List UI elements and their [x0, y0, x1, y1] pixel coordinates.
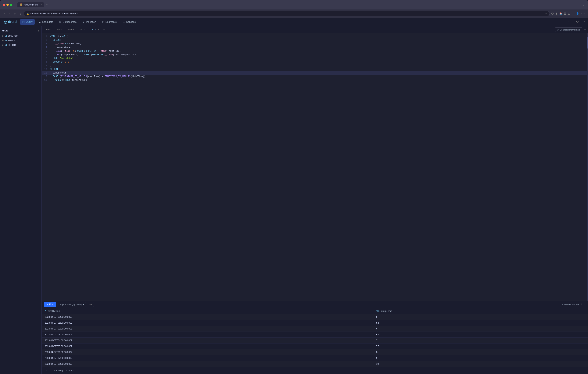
- minimize-window-button[interactable]: [6, 4, 9, 6]
- code-editor[interactable]: 1 WITH cte AS ( 2 SELECT 3 __time AS thi…: [42, 33, 588, 301]
- more-nav-button[interactable]: •••: [567, 20, 573, 24]
- close-tab-icon[interactable]: ×: [98, 28, 99, 31]
- nav-item-ingestion[interactable]: ⇣ Ingestion: [80, 19, 99, 25]
- history-button[interactable]: 📚: [559, 12, 562, 15]
- tab-tab5[interactable]: Tab 5 ×: [88, 27, 102, 32]
- next-page-button[interactable]: ›: [49, 369, 53, 373]
- tab-tab2[interactable]: Tab 2: [54, 27, 65, 32]
- datasources-icon: ⊞: [59, 21, 62, 23]
- nav-item-segments[interactable]: ⊟ Segments: [99, 19, 119, 25]
- nav-item-services-label: Services: [126, 21, 136, 23]
- nav-item-datasources[interactable]: ⊞ Datasources: [57, 19, 79, 25]
- extensions-button[interactable]: 🛡: [551, 12, 554, 15]
- code-content: 1 WITH cte AS ( 2 SELECT 3 __time AS thi…: [42, 33, 588, 301]
- lock-icon: 🔒: [27, 13, 29, 15]
- new-browser-tab-button[interactable]: +: [45, 3, 49, 7]
- segments-icon: ⊟: [102, 21, 104, 23]
- cell-timebyhour: 2023-04-07T07:00:00.000Z: [42, 355, 373, 361]
- download-results-button[interactable]: ⬇: [581, 303, 583, 306]
- back-button[interactable]: ‹: [3, 12, 6, 16]
- browser-tab[interactable]: 🐉 Apache Druid ×: [17, 2, 44, 7]
- code-line-12: 12 CASE (TIMESTAMP_TO_MILLIS(nextTime) -…: [42, 75, 588, 78]
- close-results-button[interactable]: ×: [584, 303, 586, 306]
- tab-label: Tab 5: [90, 28, 96, 31]
- chevron-right-icon: ▶: [2, 39, 4, 42]
- shield-button[interactable]: 🛡: [572, 12, 574, 15]
- code-line-9: 9 ): [42, 64, 588, 68]
- cell-timebyhour: 2023-04-07T05:00:00.000Z: [42, 343, 373, 349]
- table-row: 2023-04-07T08:00:00.000Z10: [42, 361, 588, 367]
- settings-button[interactable]: ⚙: [575, 19, 580, 24]
- sidebar-sort-button[interactable]: ⇅: [37, 29, 39, 32]
- tab-label: Tab 2: [57, 28, 62, 31]
- cell-timebyhour: 2023-04-07T01:00:00.000Z: [42, 320, 373, 326]
- menu-button[interactable]: ≡: [583, 12, 585, 15]
- run-query-button[interactable]: ▶ Run: [44, 302, 56, 307]
- code-line-10: 10 SELECT: [42, 68, 588, 71]
- grid-view-button[interactable]: ⊞: [568, 12, 570, 15]
- pagination-info: Showing 1-20 of 43: [54, 369, 74, 372]
- tab-label: Tab 1: [46, 28, 51, 31]
- tab-tab4[interactable]: Tab 4: [77, 27, 88, 32]
- cell-interptemp: 7: [373, 338, 588, 343]
- table-row: 2023-04-07T00:00:00.000Z5: [42, 314, 588, 320]
- browser-tab-title: Apache Druid: [24, 3, 38, 6]
- close-browser-tab-icon[interactable]: ×: [41, 4, 42, 6]
- time-icon: ⏱: [45, 310, 47, 312]
- table-row: 2023-04-07T04:00:00.000Z7: [42, 338, 588, 343]
- results-count-text: 43 results in 0.26s: [562, 303, 579, 306]
- query-tabs-bar: Tab 1 Tab 2 events Tab 4 Tab 5 × +: [42, 26, 588, 33]
- help-button[interactable]: ?: [582, 20, 587, 24]
- results-table: ⏱ timeByHour 123 interpTemp 2023-04-07T0…: [42, 308, 588, 367]
- cell-interptemp: 8: [373, 349, 588, 355]
- connect-external-data-button[interactable]: ⇄ Connect external data: [555, 27, 582, 32]
- close-window-button[interactable]: [3, 4, 5, 6]
- url-text: localhost:8888/unified-console.html#work…: [31, 12, 78, 15]
- main-content: druid ⇅ ▶ ⊞ array_test ▶ ⊞ events ▶ ⊞ io…: [0, 26, 588, 374]
- nav-item-load-data[interactable]: ▲ Load data: [36, 19, 56, 25]
- maximize-window-button[interactable]: [10, 4, 12, 6]
- table-icon: ⊞: [5, 34, 7, 37]
- cell-interptemp: 5.5: [373, 320, 588, 326]
- download-button[interactable]: ⬇: [556, 12, 558, 15]
- cell-interptemp: 6.5: [373, 332, 588, 338]
- cell-interptemp: 6: [373, 326, 588, 332]
- nav-item-query-label: Query: [26, 21, 32, 23]
- col-header-label: timeByHour: [48, 310, 60, 312]
- new-query-tab-button[interactable]: +: [102, 28, 106, 32]
- table-icon: ⊞: [5, 43, 7, 46]
- nav-item-query[interactable]: ⊡ Query: [20, 19, 35, 25]
- editor-scrollbar[interactable]: [587, 33, 588, 301]
- favicon-icon: 🐉: [20, 3, 22, 6]
- table-row: 2023-04-07T06:00:00.000Z8: [42, 349, 588, 355]
- address-bar[interactable]: 🔒 localhost:8888/unified-console.html#wo…: [24, 11, 550, 16]
- share-button[interactable]: ↑: [581, 12, 582, 15]
- reader-button[interactable]: ☰: [564, 12, 567, 15]
- refresh-button[interactable]: ↻: [12, 12, 17, 16]
- sidebar-item-iot-data[interactable]: ▶ ⊞ iot_data: [0, 43, 42, 47]
- numeric-icon: 123: [376, 310, 379, 312]
- engine-select-button[interactable]: Engine: auto (sql-native) ▾: [58, 302, 86, 307]
- title-bar: 🐉 Apache Druid × + ⌄: [0, 0, 588, 10]
- tab-tab1[interactable]: Tab 1: [43, 27, 54, 32]
- home-button[interactable]: ⌂: [18, 12, 22, 16]
- panel-toggle-button[interactable]: ⊣: [584, 28, 587, 32]
- col-header-interptemp: 123 interpTemp: [373, 308, 588, 314]
- sidebar-item-events[interactable]: ▶ ⊞ events: [0, 38, 42, 43]
- forward-button[interactable]: ›: [8, 12, 11, 16]
- prev-page-button[interactable]: ‹: [45, 369, 48, 373]
- druid-logo: ◎ druid: [1, 20, 19, 24]
- table-icon: ⊞: [5, 39, 7, 42]
- sidebar: druid ⇅ ▶ ⊞ array_test ▶ ⊞ events ▶ ⊞ io…: [0, 26, 42, 374]
- cell-interptemp: 10: [373, 361, 588, 367]
- more-options-button[interactable]: •••: [88, 302, 94, 307]
- table-row: 2023-04-07T05:00:00.000Z7.5: [42, 343, 588, 349]
- tab-events[interactable]: events: [65, 27, 77, 32]
- nav-item-services[interactable]: ☰ Services: [120, 19, 138, 25]
- sidebar-item-array-test[interactable]: ▶ ⊞ array_test: [0, 33, 42, 38]
- bookmark-icon[interactable]: ☆: [545, 12, 547, 15]
- profile-button[interactable]: 👤: [576, 12, 579, 15]
- cell-timebyhour: 2023-04-07T00:00:00.000Z: [42, 314, 373, 320]
- browser-controls: ‹ › ↻ ⌂ 🔒 localhost:8888/unified-console…: [0, 10, 588, 18]
- engine-label: Engine: auto (sql-native): [60, 303, 82, 306]
